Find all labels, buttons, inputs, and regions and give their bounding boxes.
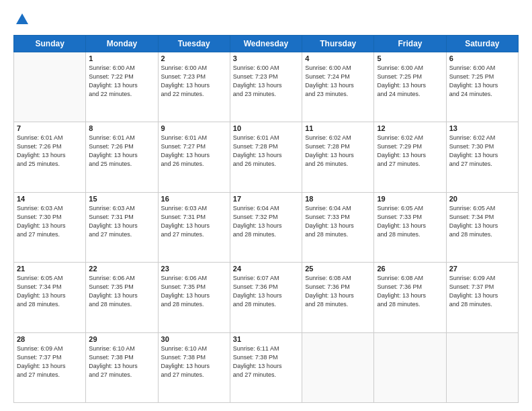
day-number: 2 xyxy=(161,54,227,62)
logo xyxy=(13,12,30,30)
day-number: 13 xyxy=(449,124,515,132)
day-number: 27 xyxy=(449,265,515,273)
day-number: 5 xyxy=(377,54,443,62)
day-cell: 24Sunrise: 6:07 AMSunset: 7:36 PMDayligh… xyxy=(230,263,302,332)
week-row-1: 1Sunrise: 6:00 AMSunset: 7:22 PMDaylight… xyxy=(14,52,519,122)
day-info: Sunrise: 6:00 AMSunset: 7:24 PMDaylight:… xyxy=(305,64,371,99)
week-row-3: 14Sunrise: 6:03 AMSunset: 7:30 PMDayligh… xyxy=(14,192,519,262)
week-row-5: 28Sunrise: 6:09 AMSunset: 7:37 PMDayligh… xyxy=(14,332,519,402)
day-number: 29 xyxy=(89,335,154,343)
day-cell: 8Sunrise: 6:01 AMSunset: 7:26 PMDaylight… xyxy=(86,122,158,192)
day-number: 9 xyxy=(161,124,227,132)
calendar-body: 1Sunrise: 6:00 AMSunset: 7:22 PMDaylight… xyxy=(14,52,519,402)
day-info: Sunrise: 6:02 AMSunset: 7:29 PMDaylight:… xyxy=(377,134,443,169)
day-number: 7 xyxy=(17,124,83,132)
day-cell: 27Sunrise: 6:09 AMSunset: 7:37 PMDayligh… xyxy=(446,263,518,332)
page: SundayMondayTuesdayWednesdayThursdayFrid… xyxy=(0,0,532,411)
day-info: Sunrise: 6:09 AMSunset: 7:37 PMDaylight:… xyxy=(449,274,515,309)
day-info: Sunrise: 6:06 AMSunset: 7:35 PMDaylight:… xyxy=(161,274,227,309)
day-cell: 17Sunrise: 6:04 AMSunset: 7:32 PMDayligh… xyxy=(230,192,302,262)
day-cell: 20Sunrise: 6:05 AMSunset: 7:34 PMDayligh… xyxy=(446,192,518,262)
day-cell: 25Sunrise: 6:08 AMSunset: 7:36 PMDayligh… xyxy=(302,263,374,332)
day-info: Sunrise: 6:06 AMSunset: 7:35 PMDaylight:… xyxy=(89,274,154,309)
day-info: Sunrise: 6:00 AMSunset: 7:22 PMDaylight:… xyxy=(89,64,154,99)
day-info: Sunrise: 6:07 AMSunset: 7:36 PMDaylight:… xyxy=(233,274,299,309)
day-cell: 14Sunrise: 6:03 AMSunset: 7:30 PMDayligh… xyxy=(14,192,86,262)
day-info: Sunrise: 6:02 AMSunset: 7:30 PMDaylight:… xyxy=(449,134,515,169)
day-cell: 29Sunrise: 6:10 AMSunset: 7:38 PMDayligh… xyxy=(86,332,158,402)
day-cell xyxy=(446,332,518,402)
day-cell: 1Sunrise: 6:00 AMSunset: 7:22 PMDaylight… xyxy=(86,52,158,122)
day-info: Sunrise: 6:08 AMSunset: 7:36 PMDaylight:… xyxy=(377,274,443,309)
day-cell: 18Sunrise: 6:04 AMSunset: 7:33 PMDayligh… xyxy=(302,192,374,262)
day-cell xyxy=(14,52,86,122)
day-info: Sunrise: 6:05 AMSunset: 7:34 PMDaylight:… xyxy=(449,204,515,239)
day-info: Sunrise: 6:01 AMSunset: 7:27 PMDaylight:… xyxy=(161,134,227,169)
day-number: 10 xyxy=(233,124,299,132)
day-number: 14 xyxy=(17,195,83,203)
day-cell: 19Sunrise: 6:05 AMSunset: 7:33 PMDayligh… xyxy=(374,192,446,262)
day-info: Sunrise: 6:02 AMSunset: 7:28 PMDaylight:… xyxy=(305,134,371,169)
day-info: Sunrise: 6:09 AMSunset: 7:37 PMDaylight:… xyxy=(17,345,83,379)
day-cell: 10Sunrise: 6:01 AMSunset: 7:28 PMDayligh… xyxy=(230,122,302,192)
day-cell: 23Sunrise: 6:06 AMSunset: 7:35 PMDayligh… xyxy=(158,263,230,332)
day-number: 4 xyxy=(305,54,371,62)
day-number: 26 xyxy=(377,265,443,273)
day-cell: 30Sunrise: 6:10 AMSunset: 7:38 PMDayligh… xyxy=(158,332,230,402)
day-cell: 15Sunrise: 6:03 AMSunset: 7:31 PMDayligh… xyxy=(86,192,158,262)
day-info: Sunrise: 6:05 AMSunset: 7:33 PMDaylight:… xyxy=(377,204,443,239)
day-info: Sunrise: 6:03 AMSunset: 7:31 PMDaylight:… xyxy=(89,204,154,239)
day-info: Sunrise: 6:05 AMSunset: 7:34 PMDaylight:… xyxy=(17,274,83,309)
calendar-header: SundayMondayTuesdayWednesdayThursdayFrid… xyxy=(14,35,519,52)
day-info: Sunrise: 6:11 AMSunset: 7:38 PMDaylight:… xyxy=(233,345,299,379)
day-info: Sunrise: 6:03 AMSunset: 7:31 PMDaylight:… xyxy=(161,204,227,239)
day-number: 20 xyxy=(449,195,515,203)
day-number: 15 xyxy=(89,195,154,203)
week-row-2: 7Sunrise: 6:01 AMSunset: 7:26 PMDaylight… xyxy=(14,122,519,192)
day-cell xyxy=(302,332,374,402)
day-number: 30 xyxy=(161,335,227,343)
day-info: Sunrise: 6:01 AMSunset: 7:28 PMDaylight:… xyxy=(233,134,299,169)
header-cell-sunday: Sunday xyxy=(14,35,86,52)
header-row: SundayMondayTuesdayWednesdayThursdayFrid… xyxy=(14,35,519,52)
day-cell: 7Sunrise: 6:01 AMSunset: 7:26 PMDaylight… xyxy=(14,122,86,192)
day-cell xyxy=(374,332,446,402)
header-cell-saturday: Saturday xyxy=(446,35,518,52)
day-cell: 6Sunrise: 6:00 AMSunset: 7:25 PMDaylight… xyxy=(446,52,518,122)
day-info: Sunrise: 6:10 AMSunset: 7:38 PMDaylight:… xyxy=(89,345,154,379)
day-cell: 11Sunrise: 6:02 AMSunset: 7:28 PMDayligh… xyxy=(302,122,374,192)
day-cell: 4Sunrise: 6:00 AMSunset: 7:24 PMDaylight… xyxy=(302,52,374,122)
day-number: 31 xyxy=(233,335,299,343)
logo-text xyxy=(13,12,30,30)
day-number: 21 xyxy=(17,265,83,273)
svg-marker-0 xyxy=(16,13,28,24)
header-cell-thursday: Thursday xyxy=(302,35,374,52)
week-row-4: 21Sunrise: 6:05 AMSunset: 7:34 PMDayligh… xyxy=(14,263,519,332)
day-number: 19 xyxy=(377,195,443,203)
day-info: Sunrise: 6:04 AMSunset: 7:32 PMDaylight:… xyxy=(233,204,299,239)
day-info: Sunrise: 6:00 AMSunset: 7:25 PMDaylight:… xyxy=(377,64,443,99)
day-number: 1 xyxy=(89,54,154,62)
day-cell: 16Sunrise: 6:03 AMSunset: 7:31 PMDayligh… xyxy=(158,192,230,262)
day-cell: 26Sunrise: 6:08 AMSunset: 7:36 PMDayligh… xyxy=(374,263,446,332)
day-number: 25 xyxy=(305,265,371,273)
day-number: 12 xyxy=(377,124,443,132)
day-cell: 21Sunrise: 6:05 AMSunset: 7:34 PMDayligh… xyxy=(14,263,86,332)
day-cell: 12Sunrise: 6:02 AMSunset: 7:29 PMDayligh… xyxy=(374,122,446,192)
day-number: 24 xyxy=(233,265,299,273)
day-cell: 13Sunrise: 6:02 AMSunset: 7:30 PMDayligh… xyxy=(446,122,518,192)
header-cell-friday: Friday xyxy=(374,35,446,52)
day-cell: 28Sunrise: 6:09 AMSunset: 7:37 PMDayligh… xyxy=(14,332,86,402)
day-cell: 3Sunrise: 6:00 AMSunset: 7:23 PMDaylight… xyxy=(230,52,302,122)
day-info: Sunrise: 6:08 AMSunset: 7:36 PMDaylight:… xyxy=(305,274,371,309)
header-cell-wednesday: Wednesday xyxy=(230,35,302,52)
header xyxy=(13,12,519,30)
day-info: Sunrise: 6:00 AMSunset: 7:23 PMDaylight:… xyxy=(233,64,299,99)
day-info: Sunrise: 6:03 AMSunset: 7:30 PMDaylight:… xyxy=(17,204,83,239)
logo-icon xyxy=(15,12,30,27)
day-number: 17 xyxy=(233,195,299,203)
day-info: Sunrise: 6:00 AMSunset: 7:25 PMDaylight:… xyxy=(449,64,515,99)
header-cell-tuesday: Tuesday xyxy=(158,35,230,52)
day-cell: 2Sunrise: 6:00 AMSunset: 7:23 PMDaylight… xyxy=(158,52,230,122)
day-number: 11 xyxy=(305,124,371,132)
